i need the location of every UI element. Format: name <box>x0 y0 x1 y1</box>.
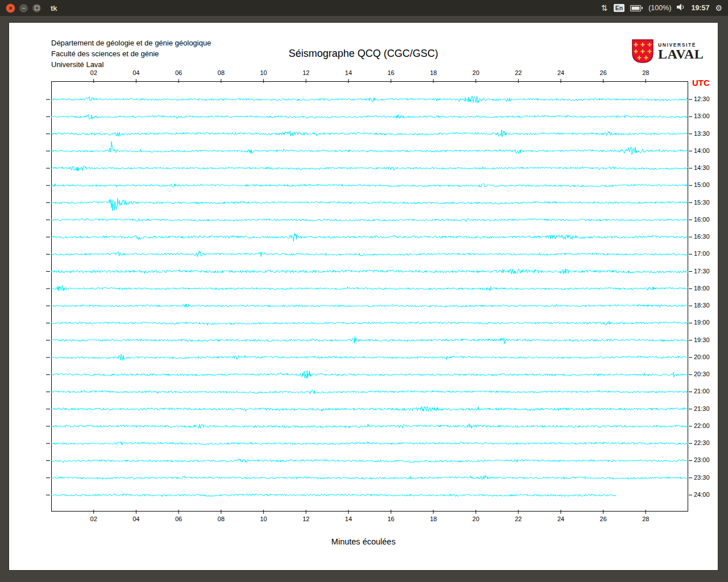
x-tick-label-top: 16 <box>387 69 394 76</box>
utc-label: UTC <box>692 78 710 88</box>
seismogram-trace <box>51 142 688 155</box>
network-arrows-icon[interactable]: ⇅ <box>601 4 608 12</box>
x-tick-label-top: 20 <box>473 69 479 76</box>
seismogram-trace <box>51 442 688 445</box>
seismograph-plot: 0202040406060808101012121414161618182020… <box>51 81 688 512</box>
seismogram-trace <box>51 218 688 222</box>
seismogram-trace <box>51 96 688 103</box>
page-title: Séismographe QCQ (CGC/GSC) <box>9 48 718 60</box>
utc-row-label: 21:30 <box>694 405 710 412</box>
x-tick-label-top: 02 <box>90 69 97 76</box>
utc-row-label: 13:30 <box>694 130 710 137</box>
system-top-bar: × − tk ⇅ En (100%) 19:57 ⚙ <box>0 0 728 16</box>
seismogram-trace <box>51 494 616 497</box>
x-tick-label-bottom: 18 <box>430 516 437 522</box>
seismogram-trace <box>51 304 688 307</box>
x-tick-label-bottom: 06 <box>175 516 182 522</box>
x-tick-label-top: 10 <box>260 69 267 76</box>
utc-row-label: 20:00 <box>694 354 710 360</box>
x-tick-label-bottom: 08 <box>218 516 225 522</box>
x-tick-label-top: 22 <box>515 69 522 76</box>
x-tick-label-bottom: 22 <box>515 516 522 522</box>
window-close-button[interactable]: × <box>6 3 15 13</box>
x-tick-label-bottom: 24 <box>557 516 564 522</box>
seismogram-trace <box>51 130 688 136</box>
x-tick-label-bottom: 26 <box>600 516 607 522</box>
seismogram-trace <box>51 371 688 379</box>
logo-laval-text: LAVAL <box>658 48 704 61</box>
utc-row-label: 23:00 <box>694 456 710 463</box>
utc-row-label: 24:00 <box>694 491 710 498</box>
header-line-1: Département de géologie et de génie géol… <box>51 38 211 48</box>
seismogram-trace <box>51 475 688 480</box>
seismogram-trace <box>51 234 688 242</box>
seismogram-trace <box>51 424 688 429</box>
utc-row-label: 13:00 <box>694 113 710 119</box>
utc-row-label: 14:00 <box>694 147 710 154</box>
x-tick-label-bottom: 20 <box>473 516 479 522</box>
battery-body <box>630 5 641 11</box>
utc-row-label: 15:00 <box>694 181 710 188</box>
x-tick-label-top: 08 <box>218 69 225 76</box>
battery-nub <box>642 7 643 9</box>
x-tick-label-bottom: 10 <box>260 516 267 522</box>
utc-row-label: 17:30 <box>694 268 710 275</box>
seismogram-trace <box>51 390 688 394</box>
seismogram-trace <box>51 251 688 257</box>
seismogram-trace <box>51 115 688 119</box>
seismogram-trace <box>51 166 688 171</box>
volume-icon[interactable] <box>677 3 685 13</box>
utc-row-label: 20:30 <box>694 371 710 377</box>
utc-row-label: 19:00 <box>694 319 710 326</box>
x-tick-label-top: 28 <box>642 69 649 76</box>
seismogram-trace <box>51 406 688 411</box>
x-tick-label-bottom: 04 <box>133 516 139 522</box>
utc-row-label: 18:30 <box>694 302 710 309</box>
seismogram-trace <box>51 336 688 344</box>
utc-row-label: 15:30 <box>694 199 710 206</box>
x-tick-label-top: 24 <box>557 69 564 76</box>
window-title: tk <box>51 4 57 13</box>
x-axis-title: Minutes écoulées <box>9 537 718 546</box>
maximize-icon <box>35 6 39 10</box>
laval-wordmark: UNIVERSITÉ LAVAL <box>658 42 704 61</box>
x-tick-label-bottom: 28 <box>642 516 649 522</box>
seismogram-trace <box>51 286 688 291</box>
x-tick-label-top: 12 <box>303 69 309 76</box>
seismogram-trace <box>51 269 688 274</box>
battery-percent: (100%) <box>648 4 671 12</box>
window-maximize-button[interactable] <box>32 3 42 13</box>
battery-icon[interactable] <box>630 5 643 11</box>
x-tick-label-top: 18 <box>430 69 437 76</box>
x-tick-label-top: 14 <box>345 69 352 76</box>
x-tick-label-bottom: 14 <box>345 516 352 522</box>
utc-row-label: 21:00 <box>694 388 710 394</box>
window-minimize-button[interactable]: − <box>19 3 28 13</box>
x-tick-label-bottom: 12 <box>303 516 309 522</box>
seismogram-trace <box>51 198 688 211</box>
clock[interactable]: 19:57 <box>691 4 709 12</box>
x-tick-label-bottom: 16 <box>387 516 394 522</box>
window-buttons: × − <box>6 3 42 13</box>
x-tick-label-top: 26 <box>600 69 607 76</box>
utc-row-label: 12:30 <box>694 95 710 102</box>
settings-gear-icon[interactable]: ⚙ <box>715 4 722 12</box>
utc-row-label: 23:30 <box>694 474 710 481</box>
utc-row-label: 17:00 <box>694 250 710 257</box>
x-tick-label-bottom: 02 <box>90 516 97 522</box>
laval-shield-icon <box>631 39 654 64</box>
utc-row-label: 16:30 <box>694 233 710 240</box>
header-line-3: Université Laval <box>51 59 211 70</box>
tk-app-window: Département de géologie et de génie géol… <box>9 23 718 570</box>
utc-row-label: 14:30 <box>694 164 710 171</box>
utc-row-label: 18:00 <box>694 285 710 292</box>
seismogram-trace <box>51 321 688 325</box>
plot-border <box>52 82 688 512</box>
universite-laval-logo: UNIVERSITÉ LAVAL <box>631 39 704 64</box>
keyboard-layout-indicator[interactable]: En <box>614 4 624 13</box>
system-tray: ⇅ En (100%) 19:57 ⚙ <box>601 3 722 13</box>
seismogram-trace <box>51 184 688 188</box>
utc-row-label: 22:30 <box>694 439 710 446</box>
seismogram-canvas <box>51 81 688 512</box>
x-tick-label-top: 04 <box>133 69 139 76</box>
